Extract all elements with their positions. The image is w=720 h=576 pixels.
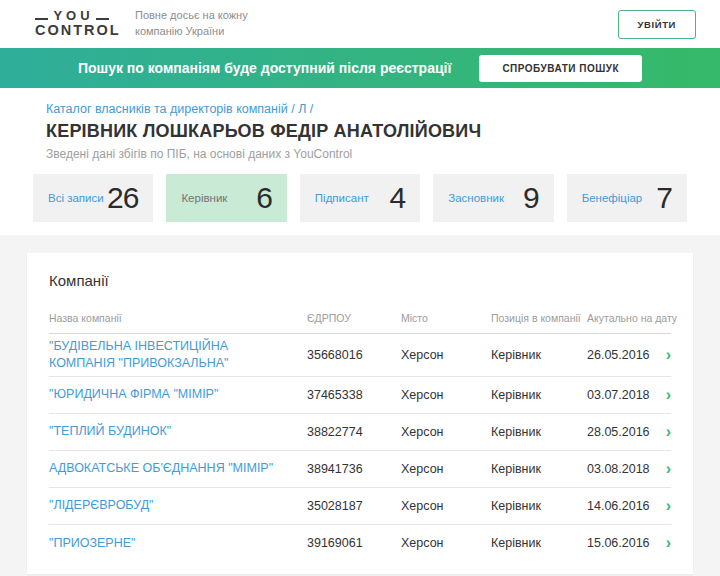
company-link[interactable]: "ПРИОЗЕРНЕ" bbox=[49, 535, 307, 552]
col-header-position: Позиція в компанії bbox=[491, 312, 587, 324]
table-header-row: Назва компанії ЄДРПОУ Місто Позиція в ко… bbox=[49, 312, 671, 334]
city-cell: Херсон bbox=[401, 425, 491, 439]
chevron-right-icon[interactable]: › bbox=[653, 387, 671, 403]
edrpou-cell: 37465338 bbox=[307, 388, 401, 402]
banner-text: Пошук по компаніям буде доступний після … bbox=[78, 60, 452, 76]
date-cell: 03.08.2018 bbox=[587, 462, 653, 476]
page-title: КЕРІВНИК ЛОШКАРЬОВ ФЕДІР АНАТОЛІЙОВИЧ bbox=[46, 121, 687, 142]
company-link[interactable]: "ЮРИДИЧНА ФІРМА "МІМІР" bbox=[49, 386, 307, 403]
position-cell: Керівник bbox=[491, 536, 587, 550]
chevron-right-icon[interactable]: › bbox=[653, 535, 671, 551]
table-row[interactable]: АДВОКАТСЬКЕ ОБ'ЄДНАННЯ "МІМІР" 38941736 … bbox=[49, 451, 671, 488]
tab-label: Засновник bbox=[448, 192, 504, 204]
city-cell: Херсон bbox=[401, 462, 491, 476]
city-cell: Херсон bbox=[401, 536, 491, 550]
edrpou-cell: 35668016 bbox=[307, 348, 401, 362]
top-header: YOU CONTROL Повне досьє на кожну компані… bbox=[0, 0, 720, 48]
tab-label: Керівник bbox=[181, 192, 227, 204]
position-cell: Керівник bbox=[491, 425, 587, 439]
table-row[interactable]: "ЛІДЕРЄВРОБУД" 35028187 Херсон Керівник … bbox=[49, 488, 671, 525]
tab-label: Підписант bbox=[315, 192, 369, 204]
logo-you-row: YOU bbox=[35, 9, 109, 22]
tab-zasnovnyk[interactable]: Засновник 9 bbox=[433, 174, 553, 222]
position-cell: Керівник bbox=[491, 499, 587, 513]
position-cell: Керівник bbox=[491, 462, 587, 476]
logo-rule-left bbox=[35, 18, 48, 20]
tab-pidpysant[interactable]: Підписант 4 bbox=[300, 174, 420, 222]
date-cell: 03.07.2018 bbox=[587, 388, 653, 402]
tab-kerivnyk[interactable]: Керівник 6 bbox=[166, 174, 286, 222]
city-cell: Херсон bbox=[401, 348, 491, 362]
tab-count: 26 bbox=[107, 181, 138, 215]
col-header-city: Місто bbox=[401, 312, 491, 324]
tab-count: 6 bbox=[256, 181, 272, 215]
date-cell: 14.06.2016 bbox=[587, 499, 653, 513]
chevron-right-icon[interactable]: › bbox=[653, 424, 671, 440]
chevron-right-icon[interactable]: › bbox=[653, 347, 671, 363]
city-cell: Херсон bbox=[401, 388, 491, 402]
content-area: Компанії Назва компанії ЄДРПОУ Місто Поз… bbox=[0, 235, 720, 576]
edrpou-cell: 39169061 bbox=[307, 536, 401, 550]
tab-label: Бенефіціар bbox=[582, 192, 643, 204]
date-cell: 15.06.2016 bbox=[587, 536, 653, 550]
position-cell: Керівник bbox=[491, 348, 587, 362]
person-intro-section: Каталог власників та директорів компаній… bbox=[0, 88, 720, 235]
login-button[interactable]: УВІЙТИ bbox=[618, 10, 696, 39]
tab-all-records[interactable]: Всі записи 26 bbox=[33, 174, 153, 222]
tab-count: 7 bbox=[656, 181, 672, 215]
table-row[interactable]: "ЮРИДИЧНА ФІРМА "МІМІР" 37465338 Херсон … bbox=[49, 377, 671, 414]
breadcrumb[interactable]: Каталог власників та директорів компаній… bbox=[46, 102, 687, 116]
col-header-date: Акутально на дату bbox=[587, 312, 677, 324]
logo-rule-right bbox=[96, 18, 109, 20]
col-header-edrpou: ЄДРПОУ bbox=[307, 312, 401, 324]
tab-count: 9 bbox=[523, 181, 539, 215]
logo-text-you: YOU bbox=[48, 9, 95, 22]
company-link[interactable]: АДВОКАТСЬКЕ ОБ'ЄДНАННЯ "МІМІР" bbox=[49, 460, 307, 477]
date-cell: 28.05.2016 bbox=[587, 425, 653, 439]
edrpou-cell: 35028187 bbox=[307, 499, 401, 513]
logo-text-control: CONTROL bbox=[35, 22, 109, 39]
companies-heading: Компанії bbox=[49, 272, 671, 289]
tab-count: 4 bbox=[390, 181, 406, 215]
tab-benefitsiar[interactable]: Бенефіціар 7 bbox=[567, 174, 687, 222]
youcontrol-logo[interactable]: YOU CONTROL bbox=[35, 9, 109, 39]
company-link[interactable]: "ЛІДЕРЄВРОБУД" bbox=[49, 497, 307, 514]
tab-label: Всі записи bbox=[48, 192, 104, 204]
registration-banner: Пошук по компаніям буде доступний після … bbox=[0, 48, 720, 88]
try-search-button[interactable]: СПРОБУВАТИ ПОШУК bbox=[479, 55, 642, 82]
table-row[interactable]: "ТЕПЛИЙ БУДИНОК" 38822774 Херсон Керівни… bbox=[49, 414, 671, 451]
city-cell: Херсон bbox=[401, 499, 491, 513]
company-link[interactable]: "ТЕПЛИЙ БУДИНОК" bbox=[49, 423, 307, 440]
page-subtitle: Зведені дані збігів по ПІБ, на основі да… bbox=[46, 147, 687, 161]
table-row[interactable]: "БУДІВЕЛЬНА ІНВЕСТИЦІЙНА КОМПАНІЯ "ПРИВО… bbox=[49, 334, 671, 377]
position-cell: Керівник bbox=[491, 388, 587, 402]
chevron-right-icon[interactable]: › bbox=[653, 498, 671, 514]
table-row[interactable]: "ПРИОЗЕРНЕ" 39169061 Херсон Керівник 15.… bbox=[49, 525, 671, 562]
companies-card: Компанії Назва компанії ЄДРПОУ Місто Поз… bbox=[27, 253, 693, 574]
edrpou-cell: 38941736 bbox=[307, 462, 401, 476]
header-tagline: Повне досьє на кожну компанію України bbox=[135, 8, 295, 40]
company-link[interactable]: "БУДІВЕЛЬНА ІНВЕСТИЦІЙНА КОМПАНІЯ "ПРИВО… bbox=[49, 338, 307, 372]
record-tabs: Всі записи 26 Керівник 6 Підписант 4 Зас… bbox=[33, 174, 687, 222]
edrpou-cell: 38822774 bbox=[307, 425, 401, 439]
col-header-name: Назва компанії bbox=[49, 312, 307, 324]
chevron-right-icon[interactable]: › bbox=[653, 461, 671, 477]
date-cell: 26.05.2016 bbox=[587, 348, 653, 362]
